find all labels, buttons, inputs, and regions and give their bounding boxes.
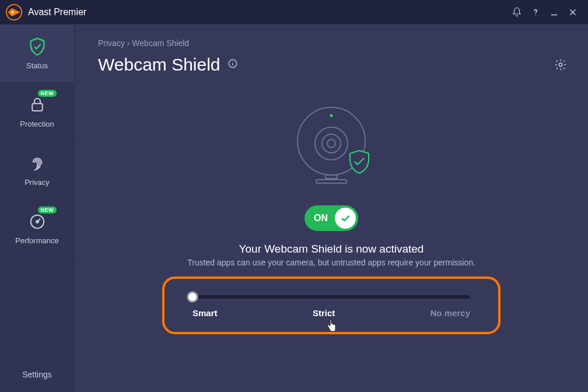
sidebar-settings-link[interactable]: Settings (0, 357, 74, 392)
sidebar-item-label: Protection (20, 120, 54, 128)
svg-point-1 (11, 10, 13, 13)
minimize-button[interactable] (545, 3, 564, 22)
shield-check-icon (27, 37, 47, 57)
sidebar: Status NEW Protection Privacy NEW Per (0, 24, 75, 392)
info-icon[interactable] (228, 58, 238, 71)
notifications-icon[interactable] (508, 3, 526, 22)
svg-point-14 (315, 127, 348, 160)
activation-status: Your Webcam Shield is now activated Trus… (187, 243, 475, 267)
cursor-hand-icon (326, 320, 337, 334)
svg-point-17 (330, 114, 333, 117)
mode-selector-highlight: Smart Strict No mercy (162, 276, 501, 334)
avast-logo-icon (6, 4, 22, 20)
mode-option-strict[interactable]: Strict (313, 308, 335, 318)
sidebar-item-performance[interactable]: NEW Performance (0, 200, 74, 258)
help-icon[interactable] (526, 3, 545, 22)
svg-rect-18 (326, 175, 337, 178)
activated-title: Your Webcam Shield is now activated (187, 243, 475, 256)
fingerprint-icon (27, 153, 47, 173)
sidebar-item-label: Performance (15, 236, 58, 245)
sidebar-item-label: Privacy (24, 178, 50, 187)
main-content: Privacy › Webcam Shield Webcam Shield (75, 24, 588, 392)
svg-point-2 (535, 14, 536, 15)
svg-rect-19 (316, 180, 346, 183)
new-badge: NEW (38, 90, 57, 97)
new-badge: NEW (38, 206, 57, 214)
sidebar-item-label: Status (26, 61, 48, 70)
svg-point-8 (36, 220, 38, 223)
svg-rect-6 (32, 104, 43, 111)
breadcrumb-page: Webcam Shield (132, 38, 189, 48)
toggle-knob (335, 208, 356, 229)
svg-point-15 (322, 134, 341, 153)
title-bar: Avast Premier (0, 0, 588, 24)
shield-toggle[interactable]: ON (304, 205, 358, 231)
svg-point-12 (559, 63, 562, 66)
activated-subtitle: Trusted apps can use your camera, but un… (187, 258, 475, 267)
page-title: Webcam Shield (98, 55, 220, 75)
gauge-icon (27, 212, 47, 232)
slider-thumb[interactable] (187, 291, 198, 303)
breadcrumb-section[interactable]: Privacy (98, 38, 125, 48)
svg-point-11 (232, 61, 233, 62)
breadcrumb: Privacy › Webcam Shield (98, 38, 565, 48)
app-name: Avast Premier (28, 7, 86, 18)
sidebar-item-protection[interactable]: NEW Protection (0, 83, 74, 141)
mode-slider[interactable] (192, 295, 470, 299)
sidebar-item-status[interactable]: Status (0, 24, 74, 83)
toggle-label: ON (314, 213, 328, 223)
lock-icon (27, 95, 47, 115)
sidebar-item-privacy[interactable]: Privacy (0, 141, 74, 200)
mode-option-smart[interactable]: Smart (192, 308, 218, 318)
close-button[interactable] (564, 3, 582, 22)
svg-point-16 (327, 139, 335, 148)
mode-option-nomercy[interactable]: No mercy (430, 308, 470, 318)
webcam-illustration-icon (285, 98, 378, 191)
gear-icon[interactable] (554, 58, 567, 74)
